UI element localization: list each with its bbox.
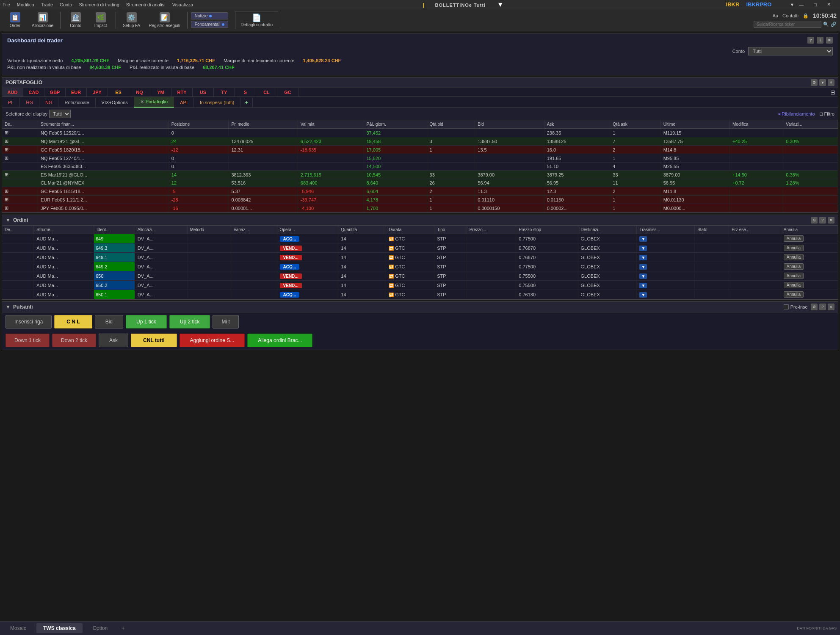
bottom-tab-option[interactable]: Option <box>86 623 114 633</box>
opera-vend[interactable]: VEND... <box>280 273 302 279</box>
toolbar-setup-fa[interactable]: ⚙️ Setup FA <box>119 11 144 29</box>
currency-tab-gbp[interactable]: GBP <box>44 88 66 97</box>
window-minimize[interactable]: — <box>799 2 804 7</box>
order-cell-opera[interactable]: ACQ... <box>277 262 338 271</box>
pulsanti-settings-icon[interactable]: ⚙ <box>811 304 818 310</box>
currency-tab-aud[interactable]: AUD <box>2 88 23 97</box>
annulla-button[interactable]: Annulla <box>784 235 804 242</box>
currency-tab-jpy[interactable]: JPY <box>87 88 108 97</box>
window-maximize[interactable]: □ <box>814 2 817 7</box>
up1-button[interactable]: Up 1 tick <box>126 315 167 329</box>
currency-tab-s[interactable]: S <box>235 88 256 97</box>
table-row[interactable]: AUD Ma... 649.2 DV_A... ACQ... 14 🔁 GTC … <box>2 262 838 271</box>
conto-select[interactable]: Tutti <box>748 47 833 55</box>
aggiungi-ordine-button[interactable]: Aggiungi ordine S... <box>180 334 245 347</box>
trasm-dropdown[interactable]: ▼ <box>639 255 647 260</box>
orders-help-icon[interactable]: ? <box>819 217 826 224</box>
currency-tab-ym[interactable]: YM <box>150 88 171 97</box>
order-cell-trasm[interactable]: ▼ <box>637 262 695 271</box>
cell-expand[interactable]: ⊞ <box>2 129 38 137</box>
annulla-button[interactable]: Annulla <box>784 254 804 260</box>
opera-acq[interactable]: ACQ... <box>280 264 300 270</box>
menu-visualizza[interactable]: Visualizza <box>172 2 193 7</box>
currency-tab-nq[interactable]: NQ <box>129 88 150 97</box>
filter-icon[interactable]: ⊟ <box>830 89 835 96</box>
toolbar-impact[interactable]: 🌿 Impact <box>89 11 112 29</box>
table-row[interactable]: ⊞ NQ Feb05 12520/1... 0 37,452 238.35 1 … <box>2 129 838 137</box>
pulsanti-close-icon[interactable]: ✕ <box>828 304 834 310</box>
trasm-dropdown[interactable]: ▼ <box>639 283 647 288</box>
cell-expand[interactable]: ⊞ <box>2 154 38 163</box>
opera-vend[interactable]: VEND... <box>280 255 302 260</box>
allega-ordini-button[interactable]: Allega ordini Brac... <box>247 334 312 347</box>
sec-tab-api[interactable]: API <box>174 98 194 107</box>
table-row[interactable]: ⊞ EUR Feb05 1.21/1.2... -28 0.003842 -39… <box>2 196 838 204</box>
dettagli-button[interactable]: 📄 Dettagli contratto <box>235 11 278 29</box>
order-cell-trasm[interactable]: ▼ <box>637 243 695 253</box>
order-cell-annulla[interactable]: Annulla <box>781 243 837 253</box>
dashboard-close-icon[interactable]: ✕ <box>826 37 833 44</box>
order-cell-opera[interactable]: VEND... <box>277 243 338 253</box>
bottom-tab-add[interactable]: + <box>118 624 128 633</box>
order-cell-annulla[interactable]: Annulla <box>781 290 837 299</box>
cell-expand[interactable]: ⊞ <box>2 171 38 179</box>
cell-expand[interactable]: ⊞ <box>2 146 38 154</box>
opera-vend[interactable]: VEND... <box>280 283 302 288</box>
sec-tab-pl[interactable]: PL <box>2 98 20 107</box>
trasm-dropdown[interactable]: ▼ <box>639 292 647 298</box>
fondamentali-button[interactable]: Fondamentali <box>191 21 229 28</box>
order-cell-annulla[interactable]: Annulla <box>781 262 837 271</box>
down1-button[interactable]: Down 1 tick <box>6 334 50 347</box>
sec-tab-ng[interactable]: NG <box>39 98 59 107</box>
down2-button[interactable]: Down 2 tick <box>52 334 96 347</box>
portfolio-chevron-icon[interactable]: ▼ <box>819 79 826 86</box>
inserisci-riga-button[interactable]: Inserisci riga <box>6 315 52 329</box>
table-row[interactable]: ⊞ JPY Feb05 0.0095/0... -16 0.00001... -… <box>2 204 838 213</box>
portfolio-close-icon[interactable]: ✕ <box>828 79 834 86</box>
dashboard-info-icon[interactable]: i <box>817 37 823 44</box>
menu-strumenti-trading[interactable]: Strumenti di trading <box>79 2 119 7</box>
search-input[interactable] <box>754 21 821 28</box>
cell-expand[interactable]: ⊞ <box>2 137 38 146</box>
currency-tab-eur[interactable]: EUR <box>66 88 87 97</box>
up2-button[interactable]: Up 2 tick <box>169 315 210 329</box>
opera-acq[interactable]: ACQ... <box>280 236 300 242</box>
sec-tab-vix[interactable]: VIX+Options <box>96 98 134 107</box>
table-row[interactable]: AUD Ma... 650.2 DV_A... VEND... 14 🔁 GTC… <box>2 281 838 290</box>
toolbar-registro[interactable]: 📝 Registro eseguiti <box>145 11 183 29</box>
contatti-label[interactable]: Contatti <box>782 13 799 18</box>
annulla-button[interactable]: Annulla <box>784 291 804 298</box>
order-cell-opera[interactable]: VEND... <box>277 281 338 290</box>
table-row[interactable]: ⊞ NQ Feb05 12740/1... 0 15,820 191.65 1 … <box>2 154 838 163</box>
currency-tab-es[interactable]: ES <box>108 88 129 97</box>
order-cell-annulla[interactable]: Annulla <box>781 271 837 281</box>
cell-expand[interactable] <box>2 179 38 187</box>
cell-expand[interactable]: ⊞ <box>2 204 38 213</box>
orders-collapse-icon[interactable]: ▼ <box>6 217 11 223</box>
table-row[interactable]: CL Mar'21 @NYMEX 12 53.516 683,400 8,640… <box>2 179 838 187</box>
table-row[interactable]: ⊞ GC Feb05 1820/18... -12 12.31 -18,635 … <box>2 146 838 154</box>
table-row[interactable]: ⊞ ES Mar19'21 @GLO... 14 3812.363 2,715,… <box>2 171 838 179</box>
ask-button[interactable]: Ask <box>99 334 128 347</box>
mit-button[interactable]: Mi t <box>213 315 238 329</box>
table-row[interactable]: AUD Ma... 649.3 DV_A... VEND... 14 🔁 GTC… <box>2 243 838 253</box>
sec-tab-sospeso[interactable]: In sospeso (tutti) <box>194 98 240 107</box>
sec-tab-rotazionale[interactable]: Rotazionale <box>58 98 95 107</box>
table-row[interactable]: AUD Ma... 650 DV_A... VEND... 14 🔁 GTC S… <box>2 271 838 281</box>
cell-expand[interactable] <box>2 163 38 171</box>
trasm-dropdown[interactable]: ▼ <box>639 236 647 242</box>
notizie-button[interactable]: Notizie <box>191 12 229 19</box>
currency-tab-cl[interactable]: CL <box>256 88 277 97</box>
order-cell-opera[interactable]: VEND... <box>277 253 338 262</box>
selector-select[interactable]: Tutti <box>49 110 71 118</box>
portafoglio-close[interactable]: ✕ <box>140 99 144 104</box>
bid-button[interactable]: Bid <box>95 315 123 329</box>
order-cell-opera[interactable]: ACQ... <box>277 234 338 243</box>
orders-table-container[interactable]: De... Strume... Ident... Allocazi... Met… <box>2 226 838 299</box>
menu-trade[interactable]: Trade <box>41 2 53 7</box>
table-row[interactable]: AUD Ma... 650.1 DV_A... ACQ... 14 🔁 GTC … <box>2 290 838 299</box>
order-cell-annulla[interactable]: Annulla <box>781 234 837 243</box>
order-cell-annulla[interactable]: Annulla <box>781 253 837 262</box>
currency-tab-rty[interactable]: RTY <box>171 88 193 97</box>
toolbar-order[interactable]: 📋 Order <box>3 11 27 29</box>
